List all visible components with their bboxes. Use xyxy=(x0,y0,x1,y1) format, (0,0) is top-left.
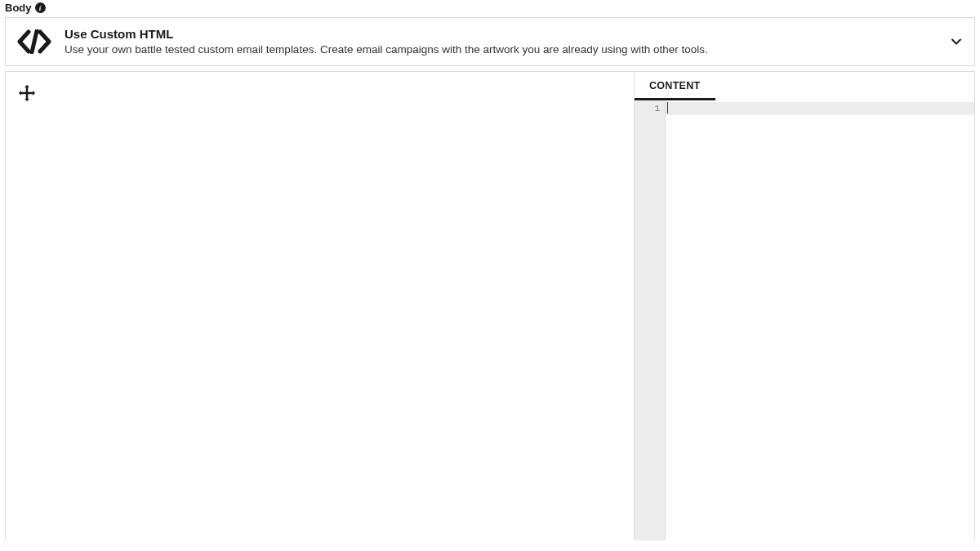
body-section-header: Body i xyxy=(0,0,980,17)
tab-content[interactable]: CONTENT xyxy=(635,72,715,100)
code-editor[interactable]: 1 xyxy=(635,100,974,540)
info-icon[interactable]: i xyxy=(35,2,46,13)
canvas-pane[interactable] xyxy=(6,72,634,540)
tab-bar: CONTENT xyxy=(635,72,974,100)
card-title: Use Custom HTML xyxy=(65,26,937,42)
body-label: Body xyxy=(5,2,32,14)
active-line-highlight xyxy=(666,102,974,115)
move-icon[interactable] xyxy=(17,83,37,103)
custom-html-card[interactable]: Use Custom HTML Use your own battle test… xyxy=(5,17,975,66)
code-icon xyxy=(17,29,51,54)
svg-line-0 xyxy=(32,31,37,52)
gutter: 1 xyxy=(635,100,666,540)
code-area[interactable] xyxy=(666,100,974,540)
workspace: CONTENT 1 xyxy=(5,71,975,540)
line-number: 1 xyxy=(635,102,665,115)
card-description: Use your own battle tested custom email … xyxy=(65,42,937,57)
right-panel: CONTENT 1 xyxy=(634,72,974,540)
card-text: Use Custom HTML Use your own battle test… xyxy=(65,26,937,57)
text-cursor xyxy=(667,102,668,113)
chevron-down-icon[interactable] xyxy=(950,35,963,48)
